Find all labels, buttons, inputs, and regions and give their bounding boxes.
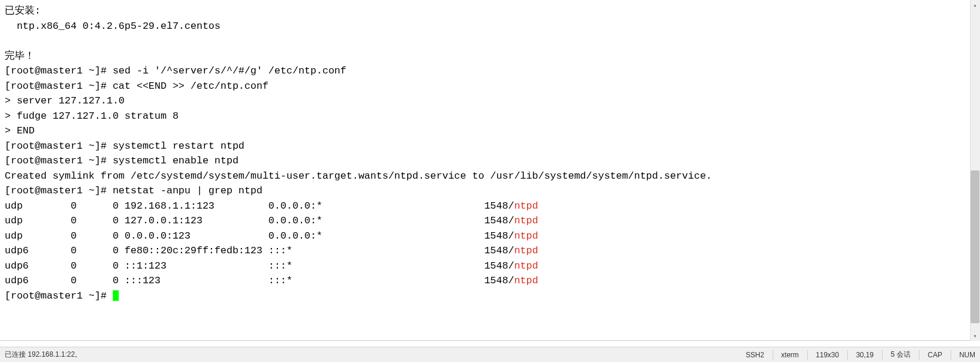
terminal-line: > END (5, 123, 975, 139)
status-protocol: SSH2 (746, 351, 764, 359)
terminal-line: 完毕！ (5, 49, 975, 64)
terminal-line: udp6 0 0 ::1:123 :::* 1548/ntpd (5, 259, 975, 274)
status-connection: 已连接 192.168.1.1:22。 (5, 350, 746, 360)
terminal-line: [root@master1 ~]# cat <<END >> /etc/ntp.… (5, 79, 975, 94)
scroll-up-arrow[interactable]: ▴ (970, 0, 980, 10)
terminal-text: 完毕！ (5, 51, 35, 62)
scroll-down-arrow[interactable]: ▾ (970, 331, 980, 341)
terminal-text: > END (5, 125, 35, 136)
highlighted-text: ntpd (514, 245, 538, 256)
terminal-line: udp 0 0 192.168.1.1:123 0.0.0.0:* 1548/n… (5, 199, 975, 214)
status-num: NUM (959, 351, 975, 359)
terminal-line: [root@master1 ~]# systemctl restart ntpd (5, 139, 975, 154)
terminal-text: [root@master1 ~]# systemctl enable ntpd (5, 155, 239, 166)
status-pos: 30,19 (856, 351, 874, 359)
terminal-line: Created symlink from /etc/systemd/system… (5, 169, 975, 184)
terminal-text: [root@master1 ~]# sed -i '/^server/s/^/#… (5, 65, 347, 76)
terminal-line: udp 0 0 127.0.0.1:123 0.0.0.0:* 1548/ntp… (5, 213, 975, 229)
status-term: xterm (781, 351, 799, 359)
status-sessions: 5 会话 (891, 350, 911, 360)
terminal-text: udp6 0 0 :::123 :::* 1548/ (5, 275, 514, 286)
terminal-text: [root@master1 ~]# netstat -anpu | grep n… (5, 185, 263, 196)
cursor (113, 290, 119, 301)
highlighted-text: ntpd (514, 275, 538, 286)
terminal-line: [root@master1 ~]# (5, 289, 975, 304)
terminal-text: > fudge 127.127.1.0 stratum 8 (5, 110, 179, 122)
terminal-line: > server 127.127.1.0 (5, 93, 975, 109)
terminal-line: ntp.x86_64 0:4.2.6p5-29.el7.centos (5, 19, 975, 34)
terminal-line: udp6 0 0 fe80::20c:29ff:fedb:123 :::* 15… (5, 243, 975, 259)
terminal-line: [root@master1 ~]# sed -i '/^server/s/^/#… (5, 63, 975, 79)
terminal-line: udp6 0 0 :::123 :::* 1548/ntpd (5, 273, 975, 289)
terminal-line: > fudge 127.127.1.0 stratum 8 (5, 109, 975, 124)
status-size: 119x30 (816, 351, 839, 359)
terminal-text: [root@master1 ~]# cat <<END >> /etc/ntp.… (5, 81, 269, 92)
terminal-text: > server 127.127.1.0 (5, 95, 125, 106)
terminal-text: 已安装: (5, 5, 41, 16)
terminal-text: [root@master1 ~]# (5, 290, 113, 301)
terminal-line: udp 0 0 0.0.0.0:123 0.0.0.0:* 1548/ntpd (5, 229, 975, 244)
terminal-text: Created symlink from /etc/systemd/system… (5, 170, 712, 182)
terminal-line: [root@master1 ~]# netstat -anpu | grep n… (5, 183, 975, 199)
highlighted-text: ntpd (514, 230, 538, 242)
terminal-text: ntp.x86_64 0:4.2.6p5-29.el7.centos (5, 21, 220, 32)
terminal-output[interactable]: 已安装: ntp.x86_64 0:4.2.6p5-29.el7.centos完… (0, 0, 980, 341)
terminal-text: udp 0 0 127.0.0.1:123 0.0.0.0:* 1548/ (5, 215, 514, 226)
status-bar: 已连接 192.168.1.1:22。 SSH2 xterm 119x30 30… (0, 347, 980, 362)
highlighted-text: ntpd (514, 260, 538, 272)
scrollbar-track[interactable]: ▴ ▾ (970, 0, 980, 341)
terminal-text: udp6 0 0 ::1:123 :::* 1548/ (5, 260, 514, 272)
terminal-text: udp 0 0 0.0.0.0:123 0.0.0.0:* 1548/ (5, 230, 514, 242)
highlighted-text: ntpd (514, 215, 538, 226)
terminal-text: udp6 0 0 fe80::20c:29ff:fedb:123 :::* 15… (5, 245, 514, 256)
scrollbar-thumb[interactable] (971, 170, 979, 323)
terminal-line: [root@master1 ~]# systemctl enable ntpd (5, 153, 975, 169)
status-caps: CAP (928, 351, 942, 359)
terminal-line (5, 33, 975, 49)
terminal-text: udp 0 0 192.168.1.1:123 0.0.0.0:* 1548/ (5, 200, 514, 212)
terminal-line: 已安装: (5, 4, 975, 19)
terminal-text: [root@master1 ~]# systemctl restart ntpd (5, 140, 244, 152)
highlighted-text: ntpd (514, 200, 538, 212)
